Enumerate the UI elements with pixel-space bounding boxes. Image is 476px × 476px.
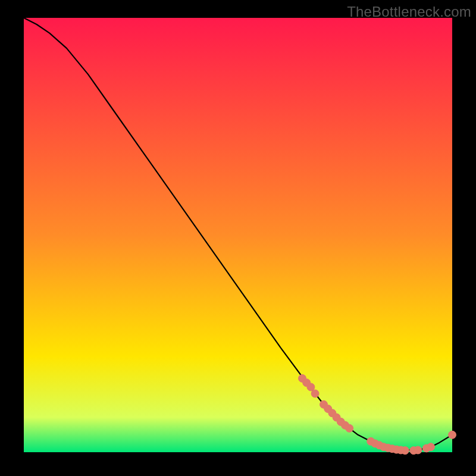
data-marker: [414, 446, 422, 454]
data-marker: [346, 424, 353, 432]
data-marker: [427, 443, 435, 451]
data-marker: [311, 390, 319, 397]
plot-area: [24, 18, 452, 452]
data-marker: [449, 431, 456, 439]
chart-container: TheBottleneck.com: [0, 0, 476, 476]
chart-svg: [0, 0, 476, 476]
watermark: TheBottleneck.com: [347, 4, 471, 20]
data-marker: [401, 447, 409, 455]
